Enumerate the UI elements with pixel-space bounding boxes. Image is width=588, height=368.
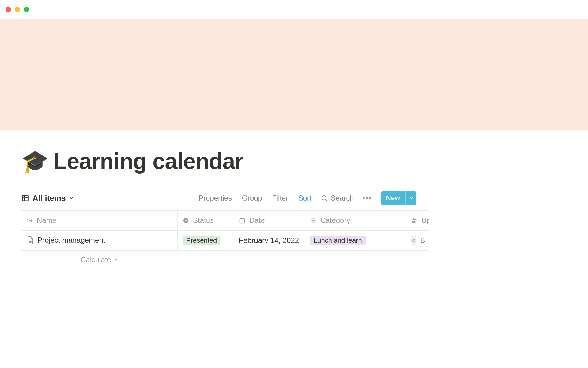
- cell-name[interactable]: Project management: [21, 231, 178, 250]
- svg-point-14: [311, 220, 311, 221]
- chevron-down-icon: [409, 196, 414, 201]
- database-toolbar: All items Properties Group Filter Sort S…: [21, 191, 429, 205]
- table-footer-row: Calculate: [21, 251, 429, 264]
- cell-person[interactable]: ☺ B: [406, 231, 429, 250]
- view-label: All items: [32, 194, 66, 203]
- cell-date[interactable]: February 14, 2022: [234, 231, 305, 250]
- column-header-date[interactable]: Date: [234, 211, 305, 230]
- category-tag: Lunch and learn: [310, 236, 366, 245]
- page-title[interactable]: Learning calendar: [53, 148, 243, 174]
- column-header-name[interactable]: Name: [21, 211, 178, 230]
- chevron-down-icon: [69, 195, 74, 201]
- column-header-status[interactable]: Status: [178, 211, 234, 230]
- select-property-icon: [183, 217, 189, 224]
- svg-rect-6: [240, 219, 245, 223]
- page-cover[interactable]: [0, 19, 588, 130]
- column-label: Name: [37, 216, 56, 225]
- person-property-icon: [411, 217, 418, 224]
- filter-button[interactable]: Filter: [271, 193, 289, 204]
- chevron-down-icon: [114, 257, 119, 262]
- column-label: Up: [421, 216, 429, 225]
- table-header-row: Name Status Date: [21, 210, 429, 231]
- window-minimize-button[interactable]: [15, 7, 20, 12]
- column-label: Status: [193, 216, 214, 225]
- window-zoom-button[interactable]: [24, 7, 29, 12]
- date-property-icon: [239, 217, 246, 224]
- new-button[interactable]: New: [381, 191, 405, 205]
- column-header-category[interactable]: Category: [305, 211, 406, 230]
- svg-point-3: [322, 196, 326, 200]
- page-title-row: 🎓 Learning calendar: [21, 148, 588, 174]
- page-icon: [26, 236, 34, 245]
- window-titlebar: [0, 0, 588, 19]
- svg-point-13: [311, 219, 311, 219]
- search-label: Search: [330, 194, 354, 202]
- database-table: Name Status Date: [21, 210, 429, 251]
- window-close-button[interactable]: [6, 7, 11, 12]
- column-header-person[interactable]: Up: [406, 211, 429, 230]
- view-switcher[interactable]: All items: [21, 194, 74, 203]
- table-row[interactable]: Project management Presented February 14…: [21, 231, 429, 251]
- svg-rect-0: [22, 195, 28, 201]
- avatar: ☺: [411, 236, 417, 245]
- svg-point-17: [415, 219, 417, 221]
- row-title[interactable]: Project management: [37, 236, 105, 245]
- text-property-icon: [26, 217, 33, 224]
- table-icon: [21, 194, 29, 202]
- page-icon[interactable]: 🎓: [21, 150, 49, 172]
- new-dropdown-button[interactable]: [405, 191, 417, 205]
- column-label: Category: [320, 216, 350, 225]
- svg-point-5: [183, 218, 189, 223]
- cell-status[interactable]: Presented: [178, 231, 234, 250]
- calculate-label: Calculate: [81, 255, 111, 264]
- sort-button[interactable]: Sort: [297, 193, 312, 204]
- properties-button[interactable]: Properties: [198, 193, 232, 204]
- group-button[interactable]: Group: [241, 193, 263, 204]
- column-label: Date: [249, 216, 265, 225]
- status-tag: Presented: [183, 236, 221, 245]
- cell-category[interactable]: Lunch and learn: [305, 231, 406, 250]
- new-button-group: New: [381, 191, 417, 205]
- more-options-button[interactable]: •••: [363, 194, 372, 202]
- svg-point-16: [413, 218, 415, 220]
- search-icon: [321, 194, 328, 202]
- page-content: 🎓 Learning calendar All items Properties…: [0, 130, 588, 264]
- search-button[interactable]: Search: [321, 194, 354, 202]
- multiselect-property-icon: [310, 217, 317, 224]
- svg-point-15: [311, 222, 311, 223]
- calculate-button[interactable]: Calculate: [81, 255, 119, 264]
- date-value: February 14, 2022: [239, 236, 299, 245]
- person-initial: B: [420, 236, 425, 245]
- svg-line-4: [326, 200, 327, 201]
